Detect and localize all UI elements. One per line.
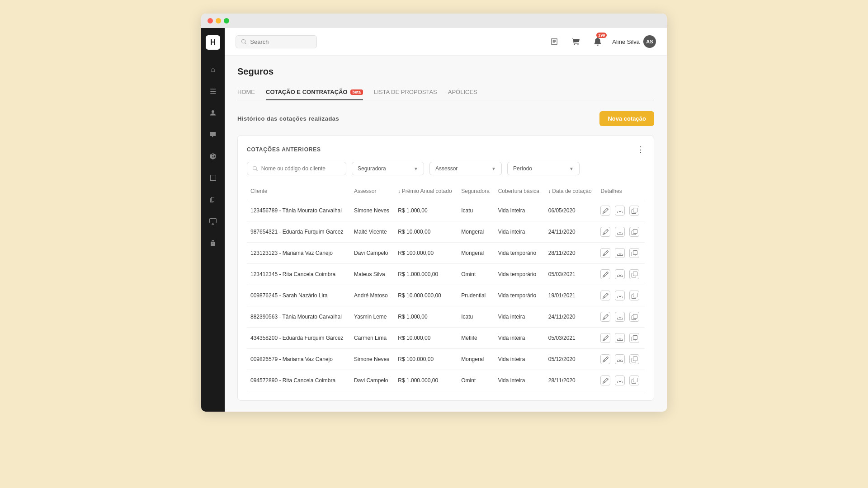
list-icon[interactable]: ☰ [208,86,218,97]
col-detalhes: Detalhes [597,184,645,200]
cell-cobertura: Vida inteira [495,221,545,243]
cell-data: 28/11/2020 [545,243,597,264]
assessor-filter[interactable]: Assessor ▼ [429,162,502,175]
edit-button[interactable] [600,248,610,258]
download-button[interactable] [615,291,625,300]
edit-button[interactable] [600,269,610,279]
periodo-filter[interactable]: Período ▼ [507,162,580,175]
col-data[interactable]: ↓Data de cotação [545,184,597,200]
book-icon[interactable] [208,173,218,183]
copy-button[interactable] [629,291,639,300]
edit-button[interactable] [600,333,610,343]
user-name: Aline Silva [612,38,640,45]
cotacoes-table: Cliente Assessor ↓Prêmio Anual cotado Se… [247,184,645,391]
notes-icon[interactable] [547,34,561,49]
sort-down-icon: ↓ [398,188,401,194]
monitor-icon[interactable] [208,216,218,227]
table-row: 094572890 - Rita Cancela Coimbra Davi Ca… [247,370,645,391]
cell-seguradora: Mongeral [458,221,494,243]
col-assessor: Assessor [350,184,394,200]
tab-apolices[interactable]: APÓLICES [448,86,477,100]
cell-cliente: 009826579 - Mariama Vaz Canejo [247,349,350,370]
tab-home[interactable]: HOME [237,86,255,100]
client-filter-input[interactable] [261,165,340,172]
chat-icon[interactable] [208,129,218,140]
client-search-filter[interactable] [247,162,346,175]
cell-assessor: Yasmin Leme [350,306,394,328]
download-button[interactable] [615,333,625,343]
download-button[interactable] [615,227,625,237]
home-icon[interactable]: ⌂ [208,64,218,75]
download-button[interactable] [615,375,625,385]
minimize-dot[interactable] [216,18,221,23]
col-premio[interactable]: ↓Prêmio Anual cotado [394,184,458,200]
table-row: 123456789 - Tânia Mourato Carvalhal Simo… [247,200,645,221]
download-button[interactable] [615,354,625,364]
box-icon[interactable] [208,151,218,162]
download-button[interactable] [615,269,625,279]
cell-premio: R$ 10.000.000,00 [394,285,458,306]
notification-icon[interactable]: 199 [590,34,605,49]
cell-seguradora: Mongeral [458,243,494,264]
person-icon[interactable] [208,108,218,118]
copy-button[interactable] [629,206,639,216]
edit-button[interactable] [600,227,610,237]
lock-icon[interactable] [208,238,218,249]
table-row: 123123123 - Mariama Vaz Canejo Davi Camp… [247,243,645,264]
copy-button[interactable] [629,333,639,343]
cell-cliente: 882390563 - Tânia Mourato Carvalhal [247,306,350,328]
cell-seguradora: Icatu [458,306,494,328]
edit-button[interactable] [600,291,610,300]
seguradora-filter[interactable]: Seguradora ▼ [352,162,424,175]
edit-button[interactable] [600,312,610,322]
tab-cotacao[interactable]: COTAÇÃO E CONTRATAÇÃO beta [266,86,363,100]
cell-premio: R$ 10.000,00 [394,328,458,349]
cell-cobertura: Vida inteira [495,306,545,328]
cell-cliente: 987654321 - Eduarda Furquim Garcez [247,221,350,243]
cell-detalhes [597,306,645,328]
copy-button[interactable] [629,269,639,279]
more-options-icon[interactable]: ⋮ [637,145,645,155]
user-info[interactable]: Aline Silva AS [612,35,656,48]
cell-cliente: 009876245 - Sarah Nazário Lira [247,285,350,306]
edit-button[interactable] [600,206,610,216]
cell-seguradora: Omint [458,264,494,285]
cell-detalhes [597,264,645,285]
search-input[interactable] [250,38,311,45]
download-button[interactable] [615,206,625,216]
copy-button[interactable] [629,375,639,385]
table-row: 882390563 - Tânia Mourato Carvalhal Yasm… [247,306,645,328]
cell-cobertura: Vida inteira [495,370,545,391]
search-icon [241,39,246,45]
cell-cobertura: Vida inteira [495,200,545,221]
cell-premio: R$ 100.000,00 [394,349,458,370]
cell-seguradora: Metlife [458,328,494,349]
download-button[interactable] [615,248,625,258]
cell-data: 05/03/2021 [545,328,597,349]
topbar: 199 Aline Silva AS [225,28,667,56]
cell-detalhes [597,243,645,264]
edit-button[interactable] [600,354,610,364]
cart-icon[interactable] [569,34,583,49]
cell-premio: R$ 1.000.000,00 [394,264,458,285]
maximize-dot[interactable] [224,18,229,23]
edit-button[interactable] [600,375,610,385]
search-box[interactable] [236,35,317,48]
cell-premio: R$ 1.000,00 [394,306,458,328]
nova-cotacao-button[interactable]: Nova cotação [599,111,654,126]
copy-button[interactable] [629,248,639,258]
copy-button[interactable] [629,354,639,364]
download-button[interactable] [615,312,625,322]
table-row: 123412345 - Rita Cancela Coimbra Mateus … [247,264,645,285]
cell-detalhes [597,285,645,306]
cell-assessor: Maité Vicente [350,221,394,243]
copy-button[interactable] [629,312,639,322]
notification-badge: 199 [596,33,607,38]
copy-button[interactable] [629,227,639,237]
filter-search-icon [253,166,258,171]
close-dot[interactable] [208,18,213,23]
copy-icon[interactable] [208,194,218,205]
sidebar-logo[interactable]: H [206,35,220,50]
tab-lista-propostas[interactable]: LISTA DE PROPOSTAS [374,86,437,100]
card-title: COTAÇÕES ANTERIORES [247,146,321,153]
